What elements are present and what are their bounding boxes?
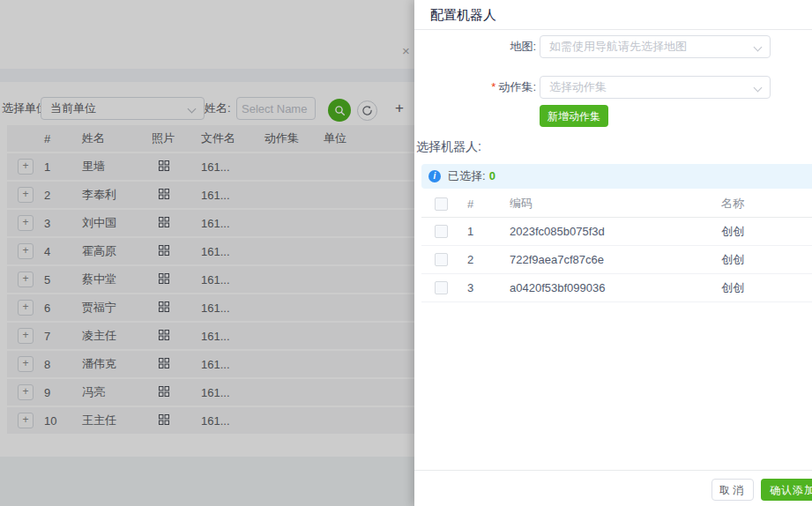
robot-code: 2023fc085b075f3d: [501, 225, 712, 238]
row-checkbox[interactable]: [435, 225, 448, 238]
info-icon: i: [428, 170, 441, 182]
col-code: 编码: [501, 196, 712, 212]
col-name: 名称: [712, 196, 812, 212]
map-select-placeholder: 如需使用导航请先选择地图: [549, 40, 687, 53]
required-mark: *: [491, 80, 495, 93]
col-index: #: [453, 197, 501, 211]
row-checkbox[interactable]: [435, 253, 448, 266]
chevron-down-icon: [754, 43, 763, 52]
drawer-title: 配置机器人: [430, 0, 496, 29]
footer-divider: [414, 470, 812, 471]
robot-index: 3: [453, 281, 501, 294]
title-divider: [414, 29, 812, 30]
robot-code: a0420f53bf099036: [501, 281, 712, 294]
select-robot-label: 选择机器人:: [416, 139, 481, 155]
cancel-button[interactable]: 取消: [711, 479, 754, 501]
robot-name: 创创: [712, 252, 812, 268]
close-icon[interactable]: ×: [402, 44, 410, 57]
actionset-label: *动作集:: [414, 76, 536, 99]
confirm-add-button[interactable]: 确认添加: [761, 479, 812, 501]
robot-table: # 编码 名称 1 2023fc085b075f3d 创创 2 722f9aea…: [421, 190, 812, 302]
actionset-select[interactable]: 选择动作集: [540, 76, 771, 99]
chevron-down-icon: [754, 84, 763, 93]
robot-row: 1 2023fc085b075f3d 创创: [421, 218, 812, 246]
robot-row: 2 722f9aea7cf87c6e 创创: [421, 246, 812, 274]
add-actionset-button[interactable]: 新增动作集: [540, 105, 608, 127]
robot-index: 2: [453, 253, 501, 266]
robot-name: 创创: [712, 224, 812, 240]
map-label: 地图:: [414, 35, 536, 58]
map-select[interactable]: 如需使用导航请先选择地图: [540, 35, 771, 58]
configure-robot-drawer: 配置机器人 地图: 如需使用导航请先选择地图 *动作集: 选择动作集 新增动作集…: [414, 0, 812, 506]
robot-table-header: # 编码 名称: [421, 190, 812, 218]
robot-index: 1: [453, 225, 501, 238]
robot-code: 722f9aea7cf87c6e: [501, 253, 712, 266]
robot-row: 3 a0420f53bf099036 创创: [421, 274, 812, 302]
row-checkbox[interactable]: [435, 281, 448, 294]
selected-count: 0: [489, 169, 495, 182]
robot-name: 创创: [712, 280, 812, 296]
selected-count-alert: i 已选择:0: [421, 164, 812, 189]
selected-text: 已选择:: [448, 169, 486, 182]
select-all-checkbox[interactable]: [435, 197, 448, 211]
actionset-select-placeholder: 选择动作集: [549, 80, 607, 93]
